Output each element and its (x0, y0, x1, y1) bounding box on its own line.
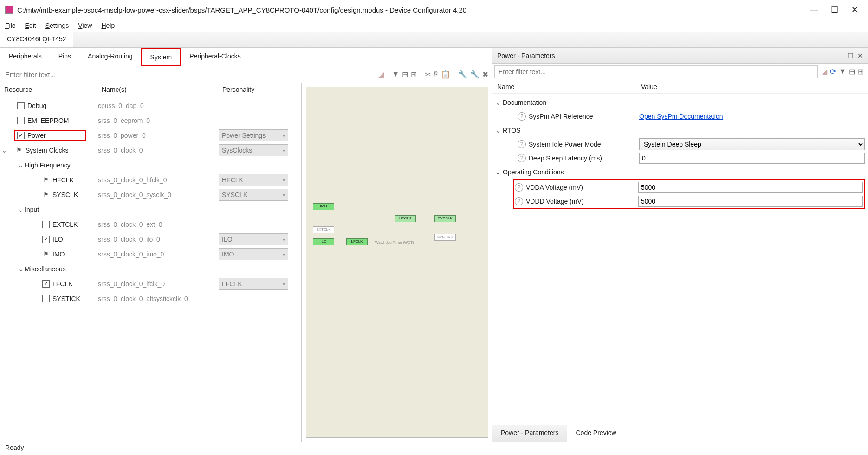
expand-icon[interactable]: ⊞ (858, 67, 864, 76)
collapse-icon[interactable]: ⊟ (402, 70, 408, 79)
tab-peripherals[interactable]: Peripherals (0, 48, 50, 66)
syspm-doc-link[interactable]: Open SysPm Documentation (639, 113, 723, 120)
resource-tree: Resource Name(s) Personality Debug cpuss… (0, 83, 302, 442)
row-extclk[interactable]: EXTCLK srss_0_clock_0_ext_0 (0, 217, 301, 232)
idle-power-mode-select[interactable]: System Deep Sleep (639, 138, 865, 150)
chevron-high-freq[interactable]: ⌄ (17, 161, 25, 169)
menu-help[interactable]: Help (101, 22, 115, 29)
personality-ilo[interactable]: ILO▾ (219, 233, 288, 245)
help-icon[interactable]: ? (518, 112, 526, 121)
minimize-button[interactable]: — (810, 5, 818, 15)
row-imo[interactable]: ⚑IMO srss_0_clock_0_imo_0 IMO▾ (0, 247, 301, 262)
row-lfclk[interactable]: ✓LFCLK srss_0_clock_0_lfclk_0 LFCLK▾ (0, 276, 301, 291)
checkbox-ilo[interactable]: ✓ (42, 236, 50, 243)
copy-icon[interactable]: ⎘ (434, 70, 438, 79)
tab-pins[interactable]: Pins (50, 48, 79, 66)
tab-peripheral-clocks[interactable]: Peripheral-Clocks (181, 48, 249, 66)
row-hfclk[interactable]: ⚑HFCLK srss_0_clock_0_hfclk_0 HFCLK▾ (0, 173, 301, 187)
cut-icon[interactable]: ✂ (425, 70, 431, 79)
expand-icon[interactable]: ⊞ (411, 70, 417, 79)
refresh-icon[interactable]: ⟳ (830, 67, 836, 76)
right-panel: Power - Parameters ❐ ✕ ◢ ⟳ ▼ ⊟ ⊞ Name Va… (492, 48, 868, 442)
personality-hfclk[interactable]: HFCLK▾ (219, 174, 288, 186)
personality-lfclk[interactable]: LFCLK▾ (219, 278, 288, 290)
vdda-voltage-input[interactable] (638, 182, 863, 193)
help-icon[interactable]: ? (518, 154, 526, 162)
status-text: Ready (5, 444, 24, 451)
menu-view[interactable]: View (78, 22, 92, 29)
maximize-button[interactable]: ☐ (831, 5, 838, 15)
chip-tab[interactable]: CY8C4046LQI-T452 (0, 32, 73, 47)
window-buttons: — ☐ ✕ (810, 5, 863, 15)
menu-edit[interactable]: Edit (25, 22, 36, 29)
row-misc[interactable]: ⌄Miscellaneous (0, 262, 301, 276)
checkbox-lfclk[interactable]: ✓ (42, 280, 50, 288)
group-rtos[interactable]: ⌄RTOS (492, 123, 868, 137)
row-syspm-api: ?SysPm API Reference Open SysPm Document… (492, 109, 868, 123)
row-power[interactable]: ✓Power srss_0_power_0 Power Settings▾ (0, 128, 301, 143)
checkbox-debug[interactable] (17, 102, 25, 109)
row-high-frequency[interactable]: ⌄High Frequency (0, 158, 301, 173)
help-icon[interactable]: ? (515, 183, 523, 192)
delete-icon[interactable]: ✖ (482, 70, 488, 79)
deep-sleep-latency-input[interactable] (639, 153, 865, 164)
checkbox-em-eeprom[interactable] (17, 117, 25, 124)
personality-sysclocks[interactable]: SysClocks▾ (219, 144, 288, 156)
tab-system[interactable]: System (141, 48, 181, 66)
group-operating-conditions[interactable]: ⌄Operating Conditions (492, 165, 868, 179)
eraser-icon[interactable]: ◢ (822, 67, 827, 76)
right-panel-title: Power - Parameters (497, 52, 848, 59)
chevron-misc[interactable]: ⌄ (17, 265, 25, 273)
row-ilo[interactable]: ✓ILO srss_0_clock_0_ilo_0 ILO▾ (0, 232, 301, 247)
filter-icon[interactable]: ▼ (392, 70, 399, 79)
menu-file[interactable]: File (5, 22, 16, 29)
help-icon[interactable]: ? (518, 140, 526, 148)
group-documentation[interactable]: ⌄Documentation (492, 96, 868, 109)
tab-analog-routing[interactable]: Analog-Routing (79, 48, 141, 66)
menu-bar: File Edit Settings View Help (0, 19, 868, 32)
lock-icon: ⚑ (42, 191, 50, 199)
diagram-wdt-label: Watchdog Timer (WDT) (375, 240, 414, 244)
clock-diagram: IMO EXTCLK ILO LFCLK HFCLK SYSCLK SYSTIC… (306, 87, 488, 438)
left-panel: Peripherals Pins Analog-Routing System P… (0, 48, 492, 442)
checkbox-power[interactable]: ✓ (17, 132, 25, 139)
menu-settings[interactable]: Settings (45, 22, 69, 29)
personality-power[interactable]: Power Settings▾ (219, 129, 288, 141)
help-icon[interactable]: ? (515, 197, 523, 205)
collapse-icon[interactable]: ⊟ (849, 67, 855, 76)
chevron-system-clocks[interactable]: ⌄ (0, 147, 8, 154)
personality-sysclk[interactable]: SYSCLK▾ (219, 189, 288, 201)
wrench-icon[interactable]: 🔧 (458, 70, 467, 79)
wrench2-icon[interactable]: 🔧 (470, 70, 479, 79)
row-systick[interactable]: SYSTICK srss_0_clock_0_altsystickclk_0 (0, 291, 301, 306)
diagram-extclk: EXTCLK (313, 226, 334, 233)
left-filter-input[interactable] (0, 68, 375, 81)
right-filter-row: ◢ ⟳ ▼ ⊟ ⊞ (492, 64, 868, 80)
paste-icon[interactable]: 📋 (441, 70, 450, 79)
row-system-clocks[interactable]: ⌄⚑System Clocks srss_0_clock_0 SysClocks… (0, 143, 301, 158)
left-filter-row: ◢ ▼ ⊟ ⊞ ✂ ⎘ 📋 🔧 🔧 ✖ (0, 66, 492, 83)
chevron-input[interactable]: ⌄ (17, 206, 25, 213)
tab-code-preview[interactable]: Code Preview (567, 425, 624, 442)
vddd-voltage-input[interactable] (638, 196, 863, 207)
eraser-icon[interactable]: ◢ (378, 70, 384, 79)
row-input[interactable]: ⌄Input (0, 202, 301, 217)
filter-icon[interactable]: ▼ (839, 67, 846, 76)
lock-icon: ⚑ (42, 176, 50, 184)
row-sysclk[interactable]: ⚑SYSCLK srss_0_clock_0_sysclk_0 SYSCLK▾ (0, 187, 301, 202)
right-filter-input[interactable] (494, 65, 818, 78)
tab-power-parameters[interactable]: Power - Parameters (492, 425, 567, 442)
row-vddd: ?VDDD Voltage (mV) (514, 194, 864, 208)
undock-icon[interactable]: ❐ (848, 52, 854, 59)
close-panel-icon[interactable]: ✕ (857, 52, 863, 59)
title-bar: C:/mtw/mtb-example-psoc4-msclp-low-power… (0, 0, 868, 19)
row-em-eeprom[interactable]: EM_EEPROM srss_0_eeprom_0 (0, 113, 301, 128)
personality-imo[interactable]: IMO▾ (219, 248, 288, 260)
checkbox-systick[interactable] (42, 295, 50, 302)
right-panel-title-bar: Power - Parameters ❐ ✕ (492, 48, 868, 64)
checkbox-extclk[interactable] (42, 221, 50, 228)
row-vdda: ?VDDA Voltage (mV) (514, 180, 864, 194)
row-debug[interactable]: Debug cpuss_0_dap_0 (0, 98, 301, 113)
status-bar: Ready (0, 442, 868, 455)
close-button[interactable]: ✕ (851, 5, 858, 15)
